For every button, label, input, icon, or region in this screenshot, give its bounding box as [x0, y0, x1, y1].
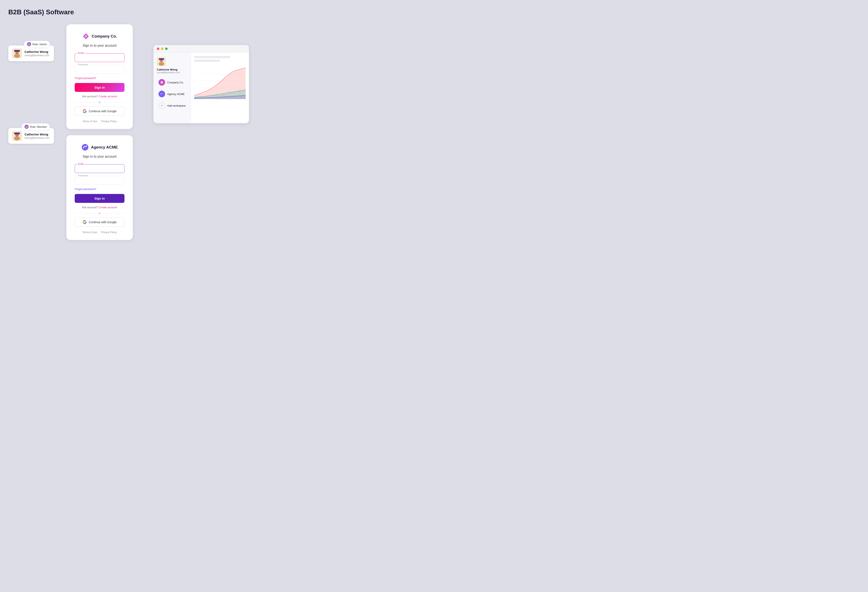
- no-account-text-2: Not account? Create account: [75, 206, 124, 209]
- google-icon-1: [83, 109, 87, 113]
- user-name-member: Catherine Wong: [25, 133, 49, 136]
- add-workspace-item[interactable]: + Add workspace: [157, 100, 187, 111]
- forgot-password-link-2[interactable]: Forgot password?: [75, 187, 124, 190]
- chart-header-bars: [194, 56, 246, 62]
- forgot-password-link-1[interactable]: Forgot password?: [75, 77, 124, 80]
- user-email-admin: cwong@business.com: [25, 54, 49, 57]
- user-card-member: Catherine Wong cwong@business.com: [8, 128, 54, 144]
- google-btn-1[interactable]: Continue with Google: [75, 106, 124, 116]
- sign-in-button-1[interactable]: Sign in: [75, 83, 124, 92]
- password-field-group-2: Password: [75, 176, 124, 185]
- workspace-item-company[interactable]: Company Co.: [157, 77, 187, 88]
- panel-user-email: cwong@business.com: [157, 71, 187, 74]
- divider-1: or: [75, 101, 124, 104]
- privacy-link-2[interactable]: Privacy Policy: [101, 231, 117, 234]
- dot-green: [165, 47, 168, 50]
- workspace-company-icon: [160, 80, 164, 84]
- password-input-1[interactable]: [75, 65, 124, 74]
- svg-rect-20: [159, 58, 164, 60]
- email-field-group-1: Email: [75, 53, 124, 62]
- card-footer-2: Terms of Use Privacy Policy: [75, 231, 124, 234]
- privacy-link-1[interactable]: Privacy Policy: [101, 120, 117, 123]
- header-bar-narrow: [194, 60, 220, 62]
- user-info-admin: Catherine Wong cwong@business.com: [25, 50, 49, 57]
- role-label-member: Role: Member: [30, 125, 47, 128]
- email-label-1: Email: [77, 52, 85, 54]
- avatar-member: [12, 131, 22, 141]
- email-field-group-2: Email: [75, 164, 124, 173]
- svg-point-8: [14, 136, 20, 140]
- card-footer-1: Terms of Use Privacy Policy: [75, 120, 124, 123]
- password-input-2[interactable]: [75, 176, 124, 185]
- avatar-admin: [12, 48, 22, 58]
- create-account-link-2[interactable]: Create account: [99, 206, 117, 209]
- card-logo-company: Company Co.: [82, 32, 117, 40]
- forms-column: Company Co. Sign in to your account Emai…: [66, 24, 133, 240]
- role-badge-admin: 👑 Role: Admin: [24, 41, 50, 47]
- svg-point-27: [229, 92, 230, 93]
- terms-link-1[interactable]: Terms of Use: [83, 120, 97, 123]
- header-bar-wide: [194, 56, 230, 58]
- card-header-agency: Agency ACME Sign in to your account: [75, 143, 124, 158]
- role-icon-member: 👑: [25, 125, 29, 129]
- svg-rect-5: [14, 50, 20, 52]
- page-title: B2B (SaaS) Software: [8, 8, 860, 16]
- avatar-face-member: [12, 131, 22, 141]
- no-account-text-1: Not account? Create account: [75, 95, 124, 98]
- role-badge-member: 👑 Role: Member: [22, 123, 50, 130]
- area-chart: [194, 66, 246, 103]
- user-email-member: cwong@business.com: [25, 136, 49, 139]
- google-icon-2: [83, 220, 87, 224]
- workspace-name-company: Company Co.: [167, 81, 184, 84]
- email-label-2: Email: [77, 162, 85, 165]
- workspace-agency-icon: [160, 92, 164, 96]
- workspace-item-agency[interactable]: Agency ACME: [157, 89, 187, 99]
- login-card-company: Company Co. Sign in to your account Emai…: [66, 24, 133, 129]
- user-cards-column: 👑 Role: Admin Catherine Won: [8, 24, 54, 144]
- svg-point-29: [223, 96, 224, 97]
- panel-avatar: [157, 57, 166, 66]
- user-info-member: Catherine Wong cwong@business.com: [25, 133, 49, 139]
- password-label-1: Password: [77, 63, 89, 66]
- divider-2: or: [75, 212, 124, 215]
- user-card-wrapper-member: 👑 Role: Member Catherine Wo: [8, 123, 54, 144]
- main-layout: 👑 Role: Admin Catherine Won: [8, 24, 860, 240]
- card-logo-agency: Agency ACME: [81, 143, 118, 151]
- password-field-group-1: Password: [75, 65, 124, 74]
- browser-chrome: [154, 45, 249, 53]
- avatar-face-admin: [12, 48, 22, 58]
- email-input-1[interactable]: [75, 53, 124, 62]
- or-text-2: or: [99, 212, 101, 215]
- add-workspace-label: Add workspace: [167, 104, 186, 107]
- svg-rect-11: [14, 133, 20, 134]
- add-workspace-icon: +: [158, 102, 165, 109]
- google-btn-2[interactable]: Continue with Google: [75, 218, 124, 227]
- panel-user-name: Catherine Wong: [157, 68, 187, 71]
- workspace-list: Company Co. Agency ACME +: [157, 77, 187, 111]
- user-card-wrapper-admin: 👑 Role: Admin Catherine Won: [8, 41, 54, 61]
- svg-point-14: [82, 144, 89, 151]
- role-label-admin: Role: Admin: [32, 43, 47, 46]
- or-text-1: or: [99, 101, 101, 104]
- user-sidebar: Catherine Wong cwong@business.com Compan…: [154, 53, 191, 123]
- google-btn-label-2: Continue with Google: [89, 220, 117, 224]
- workspace-logo-agency: [158, 91, 165, 97]
- email-input-2[interactable]: [75, 164, 124, 173]
- workspace-name-agency: Agency ACME: [167, 93, 185, 96]
- dot-red: [157, 47, 159, 50]
- terms-link-2[interactable]: Terms of Use: [83, 231, 97, 234]
- agency-name-label: Agency ACME: [91, 145, 118, 149]
- panel-content: Catherine Wong cwong@business.com Compan…: [154, 53, 249, 123]
- create-account-link-1[interactable]: Create account: [99, 95, 117, 98]
- login-card-agency: Agency ACME Sign in to your account Emai…: [66, 135, 133, 240]
- sign-in-label-1: Sign in to your account: [83, 44, 117, 47]
- chart-area: [191, 53, 249, 123]
- role-icon-admin: 👑: [27, 42, 31, 46]
- svg-point-28: [239, 90, 241, 92]
- sign-in-button-2[interactable]: Sign in: [75, 194, 124, 203]
- password-label-2: Password: [77, 174, 89, 177]
- agency-logo-icon: [81, 143, 89, 151]
- company-logo-icon: [82, 32, 90, 40]
- card-header-company: Company Co. Sign in to your account: [75, 32, 124, 47]
- user-name-admin: Catherine Wong: [25, 50, 49, 53]
